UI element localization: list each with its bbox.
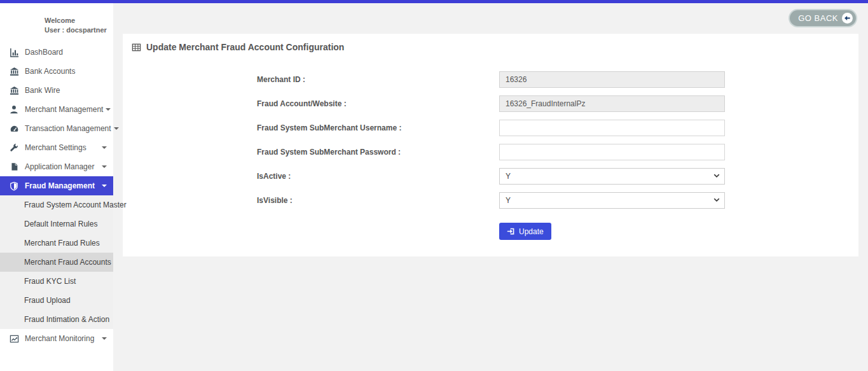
chevron-down-icon: [102, 146, 107, 149]
sidebar-item-dashboard[interactable]: DashBoard: [0, 43, 113, 62]
sidebar-item-transaction-management[interactable]: Transaction Management: [0, 119, 113, 138]
bar-chart-icon: [9, 47, 19, 57]
update-config-panel: Update Merchant Fraud Account Configurat…: [123, 34, 858, 256]
go-back-button[interactable]: GO BACK: [789, 9, 857, 27]
form-row-is-visible: IsVisible : Y: [257, 192, 858, 209]
chevron-down-icon: [102, 185, 107, 187]
submenu-item-label: Merchant Fraud Accounts: [24, 258, 111, 267]
sidebar-item-label: Bank Wire: [25, 86, 107, 95]
sidebar-item-bank-wire[interactable]: Bank Wire: [0, 81, 113, 100]
submerchant-username-label: Fraud System SubMerchant Username :: [257, 123, 499, 132]
submerchant-password-label: Fraud System SubMerchant Password :: [257, 148, 499, 157]
submenu-item-fraud-upload[interactable]: Fraud Upload: [0, 291, 113, 310]
update-button[interactable]: Update: [499, 223, 551, 240]
sidebar-item-merchant-monitoring[interactable]: Merchant Monitoring: [0, 329, 113, 348]
is-visible-select[interactable]: Y: [499, 192, 725, 209]
form-row-submerchant-password: Fraud System SubMerchant Password :: [257, 144, 858, 160]
submenu-item-label: Fraud Intimation & Action: [24, 315, 109, 324]
submerchant-username-field[interactable]: [499, 120, 725, 136]
table-grid-icon: [132, 43, 141, 52]
sidebar-item-label: Application Manager: [25, 162, 99, 171]
page-title: Update Merchant Fraud Account Configurat…: [146, 42, 344, 52]
arrow-left-icon: [842, 13, 853, 24]
submenu-item-default-internal-rules[interactable]: Default Internal Rules: [0, 214, 113, 234]
welcome-text: Welcome: [45, 16, 113, 25]
go-back-label: GO BACK: [798, 13, 838, 23]
fraud-account-field[interactable]: [499, 95, 725, 112]
fraud-account-form: Merchant ID : Fraud Account/Website : Fr…: [123, 71, 858, 240]
submenu-item-merchant-fraud-rules[interactable]: Merchant Fraud Rules: [0, 234, 113, 253]
sidebar: Welcome User : docspartner DashBoard Ban…: [0, 3, 113, 371]
form-row-submerchant-username: Fraud System SubMerchant Username :: [257, 120, 858, 136]
update-button-label: Update: [519, 227, 544, 236]
chevron-down-icon: [102, 337, 107, 340]
merchant-id-field[interactable]: [499, 71, 725, 88]
sidebar-item-bank-accounts[interactable]: Bank Accounts: [0, 62, 113, 81]
welcome-user-block: Welcome User : docspartner: [45, 16, 113, 35]
tachometer-icon: [9, 123, 19, 134]
file-icon: [9, 162, 19, 172]
sidebar-item-label: Merchant Monitoring: [25, 334, 99, 343]
submenu-item-merchant-fraud-accounts[interactable]: Merchant Fraud Accounts: [0, 253, 113, 272]
sidebar-item-label: Fraud Management: [25, 181, 99, 190]
sidebar-item-label: Merchant Settings: [25, 143, 99, 152]
merchant-id-label: Merchant ID :: [257, 75, 499, 84]
submenu-item-label: Fraud Upload: [24, 296, 71, 305]
bank-icon: [9, 85, 19, 95]
submenu-item-label: Fraud KYC List: [24, 277, 76, 286]
form-row-update: Update: [499, 223, 858, 240]
sidebar-item-application-manager[interactable]: Application Manager: [0, 157, 113, 176]
chevron-down-icon: [106, 108, 111, 111]
sign-in-arrow-icon: [507, 227, 515, 235]
chevron-down-icon: [114, 127, 119, 130]
wrench-icon: [9, 143, 19, 153]
sidebar-item-merchant-management[interactable]: Merchant Management: [0, 100, 113, 119]
is-active-label: IsActive :: [257, 172, 499, 181]
submenu-item-label: Fraud System Account Master: [24, 200, 127, 209]
sidebar-item-label: Transaction Management: [25, 124, 111, 133]
is-visible-label: IsVisible :: [257, 196, 499, 205]
user-icon: [9, 104, 19, 115]
panel-header: Update Merchant Fraud Account Configurat…: [123, 34, 858, 52]
submenu-item-label: Merchant Fraud Rules: [24, 239, 100, 248]
welcome-username: User : docspartner: [45, 25, 113, 35]
bank-icon: [9, 66, 19, 76]
submerchant-password-field[interactable]: [499, 144, 725, 160]
form-row-merchant-id: Merchant ID :: [257, 71, 858, 88]
fraud-management-submenu: Fraud System Account Master Default Inte…: [0, 195, 113, 329]
sidebar-item-label: Bank Accounts: [25, 67, 107, 76]
submenu-item-label: Default Internal Rules: [24, 220, 97, 228]
form-row-is-active: IsActive : Y: [257, 168, 858, 185]
submenu-item-fraud-intimation-action[interactable]: Fraud Intimation & Action: [0, 310, 113, 329]
fraud-account-label: Fraud Account/Website :: [257, 99, 499, 108]
sidebar-item-merchant-settings[interactable]: Merchant Settings: [0, 138, 113, 157]
sidebar-item-fraud-management[interactable]: Fraud Management: [0, 176, 113, 195]
sidebar-item-label: DashBoard: [25, 48, 107, 57]
main-content: GO BACK Update Merchant Fraud Account Co…: [113, 3, 868, 371]
submenu-item-fraud-kyc-list[interactable]: Fraud KYC List: [0, 272, 113, 291]
submenu-item-fraud-system-account-master[interactable]: Fraud System Account Master: [0, 195, 113, 214]
top-accent-bar: [0, 0, 868, 3]
is-active-select[interactable]: Y: [499, 168, 725, 185]
chevron-down-icon: [102, 165, 107, 168]
sidebar-item-label: Merchant Management: [25, 105, 103, 114]
form-row-fraud-account: Fraud Account/Website :: [257, 95, 858, 112]
line-chart-icon: [9, 333, 19, 344]
shield-icon: [9, 181, 19, 191]
